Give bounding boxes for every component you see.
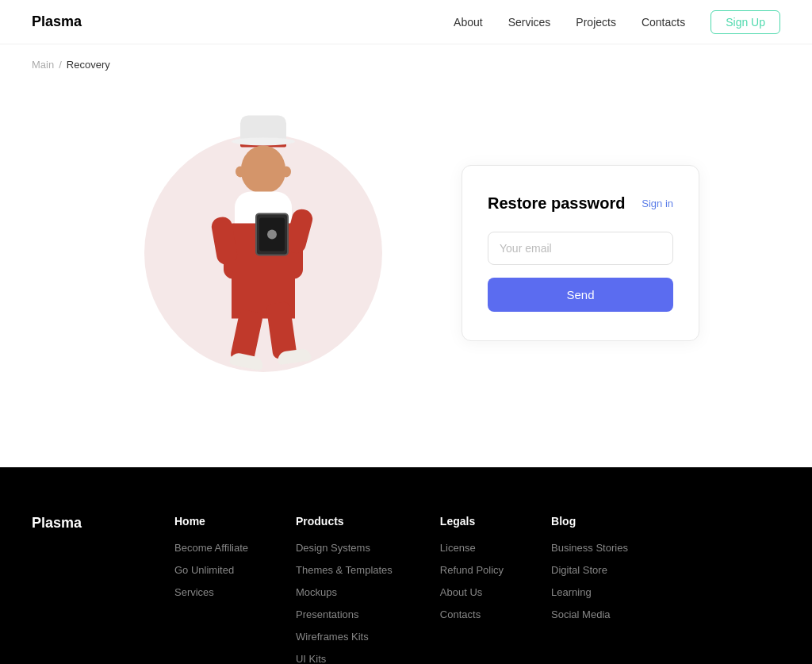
breadcrumb-separator: /: [59, 59, 62, 71]
list-item: UI Kits: [296, 651, 393, 664]
list-item: Refund Policy: [440, 562, 504, 577]
list-item: Become Affiliate: [174, 540, 248, 555]
list-item: Digital Store: [551, 562, 628, 577]
tablet-logo-icon: [267, 229, 277, 239]
footer-license[interactable]: License: [440, 542, 476, 554]
restore-card: Restore password Sign in Send: [462, 165, 699, 341]
card-title: Restore password: [488, 194, 625, 213]
breadcrumb: Main / Recovery: [0, 44, 812, 71]
footer-services[interactable]: Services: [174, 586, 214, 598]
logo: Plasma: [32, 13, 82, 30]
footer: Plasma Home Become Affiliate Go Unlimite…: [0, 467, 812, 664]
footer-learning[interactable]: Learning: [551, 586, 592, 598]
nav-projects[interactable]: Projects: [576, 16, 616, 29]
signup-button[interactable]: Sign Up: [710, 10, 780, 34]
list-item: Services: [174, 585, 248, 599]
main-content: Restore password Sign in Send: [0, 71, 812, 467]
footer-design-systems[interactable]: Design Systems: [296, 542, 370, 554]
footer-refund-policy[interactable]: Refund Policy: [440, 564, 504, 576]
ear-right-icon: [282, 166, 291, 177]
footer-become-affiliate[interactable]: Become Affiliate: [174, 542, 248, 554]
sign-in-link[interactable]: Sign in: [642, 198, 673, 209]
list-item: Themes & Templates: [296, 562, 393, 577]
footer-col-home: Home Become Affiliate Go Unlimited Servi…: [174, 515, 248, 664]
header: Plasma About Services Projects Contacts …: [0, 0, 812, 44]
email-input[interactable]: [488, 232, 673, 265]
head-icon: [241, 145, 285, 193]
breadcrumb-main[interactable]: Main: [32, 59, 54, 71]
tablet-icon: [255, 213, 289, 255]
send-button[interactable]: Send: [488, 278, 673, 312]
footer-business-stories[interactable]: Business Stories: [551, 542, 628, 554]
footer-brand: Plasma: [32, 515, 127, 664]
footer-ui-kits[interactable]: UI Kits: [296, 653, 326, 664]
footer-contacts[interactable]: Contacts: [440, 608, 481, 620]
list-item: Business Stories: [551, 540, 628, 555]
list-item: Wireframes Kits: [296, 629, 393, 643]
footer-about-us[interactable]: About Us: [440, 586, 482, 598]
list-item: Go Unlimited: [174, 562, 248, 577]
footer-digital-store[interactable]: Digital Store: [551, 564, 607, 576]
footer-home-links: Become Affiliate Go Unlimited Services: [174, 540, 248, 599]
footer-themes-templates[interactable]: Themes & Templates: [296, 564, 393, 576]
footer-home-heading: Home: [174, 515, 248, 528]
footer-col-products: Products Design Systems Themes & Templat…: [296, 515, 393, 664]
list-item: License: [440, 540, 504, 555]
list-item: Learning: [551, 585, 628, 599]
footer-social-media[interactable]: Social Media: [551, 608, 610, 620]
footer-presentations[interactable]: Presentations: [296, 608, 359, 620]
footer-go-unlimited[interactable]: Go Unlimited: [174, 564, 234, 576]
card-header: Restore password Sign in: [488, 194, 673, 213]
list-item: Contacts: [440, 607, 504, 621]
list-item: Social Media: [551, 607, 628, 621]
list-item: Design Systems: [296, 540, 393, 555]
nav: About Services Projects Contacts Sign Up: [454, 10, 780, 34]
list-item: Presentations: [296, 607, 393, 621]
character-illustration: [200, 137, 327, 359]
nav-contacts[interactable]: Contacts: [642, 16, 685, 29]
hat-brim-icon: [232, 137, 295, 145]
footer-products-links: Design Systems Themes & Templates Mockup…: [296, 540, 393, 664]
footer-top: Plasma Home Become Affiliate Go Unlimite…: [32, 515, 780, 664]
footer-blog-links: Business Stories Digital Store Learning …: [551, 540, 628, 621]
footer-col-legals: Legals License Refund Policy About Us Co…: [440, 515, 504, 664]
footer-logo: Plasma: [32, 515, 127, 532]
ear-left-icon: [236, 166, 245, 177]
list-item: About Us: [440, 585, 504, 599]
footer-blog-heading: Blog: [551, 515, 628, 528]
footer-mockups[interactable]: Mockups: [296, 586, 337, 598]
footer-legals-heading: Legals: [440, 515, 504, 528]
list-item: Mockups: [296, 585, 393, 599]
illustration-area: [113, 102, 414, 404]
footer-col-blog: Blog Business Stories Digital Store Lear…: [551, 515, 628, 664]
tablet-screen-icon: [259, 217, 285, 251]
footer-wireframes-kits[interactable]: Wireframes Kits: [296, 631, 369, 643]
nav-services[interactable]: Services: [508, 16, 551, 29]
breadcrumb-current: Recovery: [67, 59, 110, 71]
footer-legals-links: License Refund Policy About Us Contacts: [440, 540, 504, 621]
footer-products-heading: Products: [296, 515, 393, 528]
nav-about[interactable]: About: [454, 16, 483, 29]
